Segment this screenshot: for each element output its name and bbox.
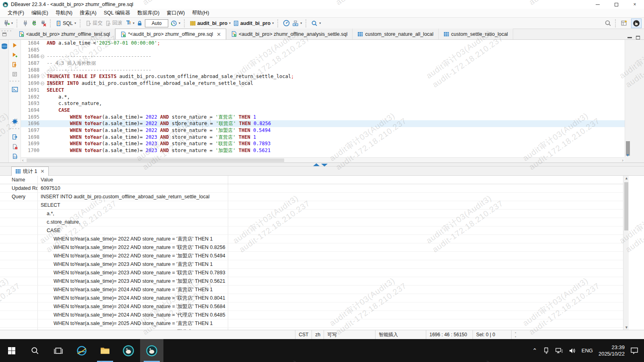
stats-row-5[interactable]: CASE (0, 226, 623, 235)
stats-row-6[interactable]: WHEN toYear(a.sale_time)= 2022 AND store… (0, 235, 623, 243)
stats-row-13[interactable]: WHEN toYear(a.sale_time)= 2024 AND store… (0, 294, 623, 302)
scrollbar-thumb[interactable] (624, 182, 628, 230)
code-line-1697[interactable]: 1697 WHEN toYear(a.sale_time)= 2022 AND … (21, 127, 625, 134)
usb-icon[interactable] (543, 347, 549, 354)
code-line-1691[interactable]: 1691SELECT (21, 87, 625, 94)
sql-code-editor[interactable]: 1684AND a.sale_time <'2025-07-01 00:00:0… (21, 40, 625, 157)
script-variables-button[interactable]: (ω) (10, 152, 19, 160)
close-icon[interactable]: ✕ (40, 169, 44, 174)
stats-row-4[interactable]: c.store_nature, (0, 218, 623, 226)
menu-item-1[interactable]: 编辑(E) (28, 9, 52, 17)
stats-row-8[interactable]: WHEN toYear(a.sale_time)= 2022 AND store… (0, 252, 623, 260)
explain-plan-button[interactable] (10, 70, 19, 78)
commit-mode-select[interactable]: Auto (145, 19, 168, 27)
stats-row-3[interactable]: a.*, (0, 210, 623, 218)
editor-tab-0[interactable]: <audit_bi_pro> zhumr_offline_test.sql (14, 29, 115, 39)
taskbar-clock[interactable]: 23:39 2025/10/22 (599, 344, 625, 357)
transaction-log-button[interactable]: ▾ (169, 19, 182, 27)
code-line-1688[interactable]: 1688------------------------------------ (21, 67, 625, 74)
menu-item-3[interactable]: 搜索(A) (76, 9, 100, 17)
code-line-1687[interactable]: 1687-- 4.3 插入海外数据 (21, 60, 625, 67)
menu-item-7[interactable]: 帮助(H) (188, 9, 213, 17)
script-error-button[interactable] (10, 142, 19, 151)
code-line-1695[interactable]: 1695 WHEN toYear(a.sale_time)= 2022 AND … (21, 114, 625, 121)
maximize-button[interactable] (607, 0, 625, 9)
transaction-mode-button[interactable]: ▾ (124, 19, 136, 27)
code-line-1699[interactable]: 1699 WHEN toYear(a.sale_time)= 2023 AND … (21, 140, 625, 147)
schema-select[interactable]: audit_bi_pro ▾ (232, 19, 275, 27)
restore-panel-icon[interactable] (2, 33, 6, 36)
stats-tab[interactable]: 统计 1 ✕ (11, 167, 49, 176)
start-button[interactable] (0, 339, 23, 362)
code-line-1689[interactable]: 1689TRUNCATE TABLE IF EXISTS audit_bi_pr… (21, 73, 625, 80)
scrollbar-thumb[interactable] (27, 158, 284, 162)
minimize-editor-icon[interactable] (627, 37, 632, 38)
fold-marker[interactable]: – (39, 53, 45, 60)
code-line-1690[interactable]: 1690–INSERT INTO audit_bi_pro.custom_off… (21, 80, 625, 87)
stats-row-7[interactable]: WHEN toYear(a.sale_time)= 2022 AND store… (0, 243, 623, 252)
stats-row-12[interactable]: WHEN toYear(a.sale_time)= 2024 AND store… (0, 286, 623, 294)
code-line-1700[interactable]: 1700 WHEN toYear(a.sale_time)= 2023 AND … (21, 147, 625, 154)
menu-item-0[interactable]: 文件(F) (4, 9, 28, 17)
file-explorer-icon[interactable] (93, 339, 117, 362)
search-button[interactable]: ▾ (310, 19, 322, 27)
execute-new-tab-button[interactable] (10, 50, 19, 59)
scroll-down-icon[interactable]: ▼ (625, 325, 628, 329)
taskbar-search-button[interactable] (23, 339, 47, 362)
code-line-1685[interactable]: 1685 (21, 47, 625, 53)
collapse-icon[interactable]: – (41, 82, 44, 85)
commit-button[interactable]: 提交 (84, 19, 104, 27)
scroll-up-icon[interactable]: ▲ (625, 176, 628, 180)
quick-search-button[interactable] (603, 19, 613, 27)
stats-row-10[interactable]: WHEN toYear(a.sale_time)= 2023 AND store… (0, 269, 623, 277)
stats-row-15[interactable]: WHEN toYear(a.sale_time)= 2024 AND store… (0, 311, 623, 319)
output-button[interactable]: ▾ (291, 19, 303, 27)
dashboard-button[interactable] (282, 19, 291, 27)
menu-item-4[interactable]: SQL 编辑器 (100, 9, 134, 17)
stats-row-16[interactable]: WHEN toYear(a.sale_time)= 2025 AND store… (0, 319, 623, 328)
maximize-panel-arrow[interactable] (313, 163, 320, 166)
editor-horizontal-scrollbar[interactable]: ‹ › (21, 157, 625, 162)
minimize-panel-arrow[interactable] (321, 164, 328, 167)
sql-console-button[interactable] (10, 85, 19, 94)
database-select[interactable]: audit_bi_pro ▾ (188, 19, 232, 27)
stats-row-0[interactable]: Updated Rows6097510 (0, 184, 623, 193)
editor-tab-2[interactable]: <audit_bi_pro> zhumr_offline_analysis_se… (226, 29, 353, 39)
rollback-button[interactable]: 回滚 (104, 19, 124, 27)
scroll-down-icon[interactable]: ▼ (626, 153, 630, 157)
code-line-1694[interactable]: 1694 CASE (21, 107, 625, 114)
code-line-1684[interactable]: 1684AND a.sale_time <'2025-07-01 00:00:0… (21, 40, 625, 47)
language-indicator[interactable]: ENG (582, 348, 593, 354)
fold-marker[interactable]: – (39, 80, 45, 87)
stats-row-1[interactable]: QueryINSERT INTO audit_bi_pro.custom_off… (0, 193, 623, 201)
stats-table[interactable]: NameValueUpdated Rows6097510QueryINSERT … (0, 176, 623, 330)
collapse-icon[interactable]: – (41, 55, 44, 58)
settings-gear-icon[interactable] (10, 117, 19, 126)
new-connection-button[interactable]: ▾ (2, 19, 14, 27)
user-avatar[interactable] (631, 19, 642, 28)
database-navigator-icon[interactable] (1, 43, 8, 51)
code-line-1698[interactable]: 1698 WHEN toYear(a.sale_time)= 2023 AND … (21, 134, 625, 141)
internet-explorer-icon[interactable] (70, 339, 93, 362)
stats-row-14[interactable]: WHEN toYear(a.sale_time)= 2024 AND store… (0, 302, 623, 311)
tray-expand-icon[interactable]: ⌃ (532, 347, 537, 354)
stats-col-value[interactable]: Value (38, 176, 228, 184)
stats-row-9[interactable]: WHEN toYear(a.sale_time)= 2023 AND store… (0, 260, 623, 269)
menu-item-5[interactable]: 数据库(D) (134, 9, 163, 17)
reconnect-button[interactable] (30, 19, 39, 27)
dbeaver-taskbar-icon[interactable] (117, 339, 140, 362)
editor-tab-3[interactable]: custom_store_nature_all_local (353, 29, 439, 39)
notification-center-icon[interactable] (630, 347, 638, 354)
menu-item-6[interactable]: 窗口(W) (163, 9, 188, 17)
connect-button[interactable] (21, 19, 30, 27)
stats-row-2[interactable]: SELECT (0, 201, 623, 210)
close-button[interactable]: × (625, 0, 644, 9)
lock-icon[interactable] (136, 19, 144, 27)
panel-splitter[interactable] (0, 162, 644, 167)
stats-row-11[interactable]: WHEN toYear(a.sale_time)= 2023 AND store… (0, 277, 623, 286)
close-icon[interactable]: ✕ (217, 31, 221, 37)
menu-item-2[interactable]: 导航(N) (52, 9, 76, 17)
editor-tab-1[interactable]: *<audit_bi_pro> zhumr_offline_pre.sql✕ (115, 29, 226, 39)
editor-tab-4[interactable]: custom_settle_ratio_local (439, 29, 513, 39)
sql-editor-button[interactable]: SQL ▾ (54, 19, 77, 27)
